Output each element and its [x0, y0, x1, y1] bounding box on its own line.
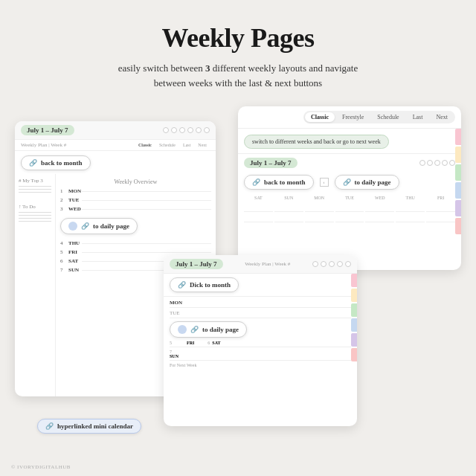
to-daily-page-btn-left[interactable]: 🔗 to daily page [60, 218, 138, 234]
center-sun-label: SUN [170, 354, 351, 358]
wg-sat: SAT [244, 196, 273, 200]
tab-classic[interactable]: Classic [305, 112, 335, 122]
back-to-month-btn-right[interactable]: 🔗 back to month [244, 175, 314, 190]
center-back-row: 🔗 Dick to month [164, 274, 357, 297]
line-3 [19, 192, 51, 193]
link-icon-right: 🔗 [252, 178, 260, 186]
page-subtitle: easily switch between 3 different weekly… [118, 61, 358, 90]
icon-dot-4 [187, 127, 193, 133]
link-chain-icon: 🔗 [29, 159, 37, 167]
center-fri-row: 5 FRI 6 SAT [170, 341, 351, 347]
prev-arrow[interactable]: ‹ [320, 178, 329, 187]
day-num-2: 2 [60, 197, 66, 203]
back-to-month-label-left: back to month [41, 159, 83, 167]
to-daily-page-btn-right[interactable]: 🔗 to daily page [335, 175, 399, 190]
r-dot-5 [449, 160, 455, 166]
day-name-mon: MON [68, 188, 80, 194]
tab-schedule[interactable]: Schedule [371, 112, 405, 122]
r-dot-4 [442, 160, 448, 166]
day-row-tue: 2 TUE [60, 197, 211, 203]
c-dot-3 [329, 261, 335, 267]
wd-r2c6 [396, 213, 425, 222]
copyright: © IVORYDIGITALHUB [11, 464, 71, 470]
wd-r2c2 [274, 213, 303, 222]
left-btn-area: 🔗 back to month [15, 151, 216, 174]
color-tab-blue [455, 182, 461, 199]
line-1 [19, 186, 51, 187]
wd-r1c7 [426, 203, 455, 212]
r-dot-3 [434, 160, 440, 166]
c-dot-5 [345, 261, 351, 267]
center-sat-num: 6 [208, 341, 210, 345]
left-subheader: Weekly Plan | Week # Classic Schedule La… [15, 140, 216, 151]
center-mon-line [170, 307, 351, 308]
tab-last[interactable]: Last [407, 112, 429, 122]
switch-weeks-area: switch to different weeks and back or go… [238, 129, 461, 154]
center-sat-label: SAT [212, 341, 220, 345]
hyperlinked-cal-label: hyperlinked mini calendar [57, 422, 133, 430]
left-screen-header: July 1 – July 7 [15, 121, 216, 140]
right-top-header: Classic Freestyle Schedule Last Next [238, 106, 461, 129]
center-daily-btn-area: 🔗 to daily page [170, 321, 351, 338]
link-icon-right2: 🔗 [343, 178, 351, 186]
c-tab-pink [351, 274, 357, 287]
center-weekly-label: Weekly Plan | Week # [245, 261, 290, 267]
day-line-mon [82, 191, 211, 192]
day-num-7: 7 [60, 267, 66, 273]
day-num-3: 3 [60, 206, 66, 212]
page-container: Weekly Pages easily switch between 3 dif… [0, 0, 476, 476]
wd-r1c2 [274, 203, 303, 212]
hyperlinked-cal-btn[interactable]: 🔗 hyperlinked mini calendar [37, 419, 141, 434]
subheader-tab-1[interactable]: Classic [135, 142, 155, 148]
left-header-icons [163, 127, 210, 133]
day-num-6: 6 [60, 258, 66, 264]
wd-r2c4 [335, 213, 364, 222]
tab-next[interactable]: Next [430, 112, 454, 122]
weekly-overview-label: Weekly Overview [60, 178, 211, 185]
c-tab-purple [351, 333, 357, 347]
to-daily-page-label-right: to daily page [355, 178, 391, 186]
day-name-thu: THU [68, 240, 80, 246]
center-fri-num: 5 [170, 341, 184, 345]
wg-sun: SUN [274, 196, 303, 200]
center-screen-header: July 1 – July 7 Weekly Plan | Week # [164, 255, 357, 274]
screenshots-area: July 1 – July 7 Weekly Plan | Week # Cla… [15, 106, 461, 434]
subheader-tab-3[interactable]: Last [180, 142, 193, 148]
week-data-rows [244, 203, 455, 222]
center-day-rows: MON TUE 🔗 to daily page [164, 297, 357, 370]
link-icon-2: 🔗 [81, 222, 89, 230]
wd-r2c5 [365, 213, 394, 222]
day-name-wed: WED [68, 206, 80, 212]
back-to-month-btn-center[interactable]: 🔗 Dick to month [170, 277, 239, 292]
switch-weeks-bubble: switch to different weeks and back or go… [244, 135, 389, 149]
to-daily-page-btn-center[interactable]: 🔗 to daily page [170, 321, 247, 338]
center-tue-label: TUE [170, 310, 351, 316]
c-tab-yellow [351, 289, 357, 302]
link-icon-center2: 🔗 [190, 326, 199, 333]
day-line-tue [82, 200, 211, 201]
subheader-tab-4[interactable]: Next [195, 142, 210, 148]
icon-dot-5 [196, 127, 202, 133]
c-tab-green [351, 303, 357, 317]
back-to-month-btn-left[interactable]: 🔗 back to month [21, 155, 91, 170]
screen-right-top: Classic Freestyle Schedule Last Next swi… [238, 106, 461, 270]
subheader-tab-2[interactable]: Schedule [156, 142, 178, 148]
right-pill-row: 🔗 back to month ‹ 🔗 to daily page [238, 172, 461, 193]
right-date-row: July 1 – July 7 [238, 154, 461, 172]
c-tab-red [351, 348, 357, 361]
subheader-tabs: Classic Schedule Last Next [135, 142, 210, 148]
left-date-badge: July 1 – July 7 [21, 125, 74, 135]
c-tab-blue [351, 318, 357, 332]
circle-icon-center [178, 325, 187, 334]
tab-freestyle[interactable]: Freestyle [336, 112, 370, 122]
day-row-fri: 5 FRI [60, 249, 211, 255]
link-icon-cal: 🔗 [45, 422, 54, 430]
todo-line-3 [19, 218, 51, 219]
day-row-mon: 1 MON [60, 188, 211, 194]
todo-line-2 [19, 215, 51, 216]
center-date-badge: July 1 – July 7 [170, 259, 223, 269]
hyperlinked-cal-annotation: 🔗 hyperlinked mini calendar [37, 418, 141, 434]
wg-fri: FRI [426, 196, 455, 200]
wd-r1c5 [365, 203, 394, 212]
todo-section: ↑ To Do [19, 204, 51, 222]
